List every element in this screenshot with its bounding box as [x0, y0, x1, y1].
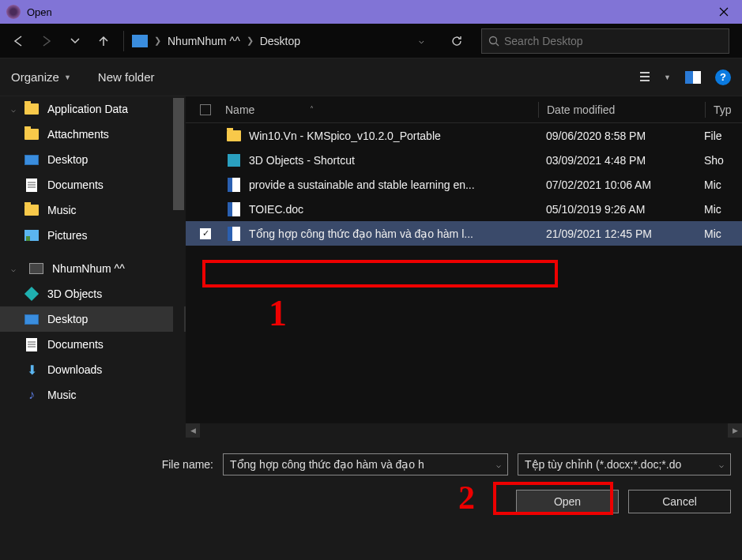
- recent-dropdown-icon[interactable]: [63, 29, 87, 53]
- sidebar-item-documents[interactable]: Documents: [0, 172, 186, 197]
- app-icon: [6, 5, 21, 19]
- organize-button[interactable]: Organize▼: [11, 70, 71, 84]
- sidebar-item-pc[interactable]: ⌵NhumNhum ^^: [0, 256, 186, 281]
- word-icon: [225, 227, 243, 241]
- chevron-right-icon[interactable]: ❯: [151, 36, 164, 46]
- title-bar: Open: [0, 0, 742, 24]
- horizontal-scrollbar[interactable]: ◀ ▶: [186, 423, 742, 438]
- sidebar-item-desktop-sub[interactable]: Desktop: [0, 306, 186, 332]
- column-name[interactable]: Name˄: [225, 103, 538, 116]
- chevron-down-icon[interactable]: ⌵: [419, 36, 432, 46]
- chevron-right-icon[interactable]: ❯: [243, 36, 257, 46]
- column-type[interactable]: Typ: [714, 103, 742, 116]
- svg-rect-2: [640, 76, 650, 77]
- sidebar-item-appdata[interactable]: ⌵Application Data: [0, 96, 186, 122]
- breadcrumb-item[interactable]: NhumNhum ^^: [164, 35, 243, 47]
- file-row[interactable]: Win10.Vn - KMSpico_v10.2.0_Portable09/06…: [186, 123, 742, 148]
- view-options-button[interactable]: ▼: [640, 71, 671, 84]
- scroll-left-icon[interactable]: ◀: [186, 423, 200, 438]
- row-checkbox[interactable]: [200, 179, 211, 190]
- sort-indicator-icon: ˄: [310, 105, 314, 114]
- select-all-checkbox[interactable]: [200, 104, 211, 115]
- forward-button[interactable]: [35, 29, 58, 53]
- main-area: ⌵Application Data Attachments Desktop Do…: [0, 96, 742, 438]
- dialog-bottom: File name: Tổng hợp công thức đạo hàm và…: [0, 438, 742, 532]
- annotation-number-2: 2: [458, 479, 475, 517]
- search-input[interactable]: Search Desktop: [481, 28, 729, 54]
- svg-rect-3: [640, 80, 650, 81]
- up-button[interactable]: [92, 29, 115, 53]
- open-button[interactable]: Open: [516, 490, 619, 513]
- sidebar-item-3dobjects[interactable]: 3D Objects: [0, 281, 186, 306]
- sidebar-item-music[interactable]: Music: [0, 197, 186, 223]
- filetype-filter[interactable]: Tệp tùy chỉnh (*.docx;*.doc;*.do⌵: [518, 453, 731, 475]
- filename-label: File name:: [162, 458, 213, 471]
- word-icon: [225, 178, 243, 192]
- word-icon: [225, 202, 243, 216]
- filename-input[interactable]: Tổng hợp công thức đạo hàm và đạo h⌵: [223, 453, 508, 475]
- file-list-header: Name˄ Date modified Typ: [186, 96, 742, 123]
- sidebar-item-downloads[interactable]: ⬇Downloads: [0, 357, 186, 382]
- download-icon: ⬇: [24, 363, 40, 377]
- help-button[interactable]: ?: [715, 70, 731, 85]
- file-row[interactable]: TOIEC.doc05/10/2019 9:26 AMMic: [186, 197, 742, 221]
- scroll-right-icon[interactable]: ▶: [728, 423, 742, 438]
- file-row-selected[interactable]: ✓ Tổng hợp công thức đạo hàm và đạo hàm …: [186, 221, 742, 246]
- sidebar-item-music-sub[interactable]: ♪Music: [0, 382, 186, 408]
- chevron-down-icon[interactable]: ⌵: [496, 460, 501, 469]
- music-icon: ♪: [24, 388, 40, 402]
- annotation-number-1: 1: [269, 292, 287, 334]
- file-row[interactable]: 3D Objects - Shortcut03/09/2021 4:48 PMS…: [186, 148, 742, 172]
- row-checkbox[interactable]: [200, 155, 211, 166]
- row-checkbox[interactable]: ✓: [200, 228, 211, 239]
- new-folder-button[interactable]: New folder: [98, 70, 155, 84]
- toolbar: Organize▼ New folder ▼ ?: [0, 58, 742, 96]
- sidebar-item-pictures[interactable]: Pictures: [0, 223, 186, 248]
- row-checkbox[interactable]: [200, 204, 211, 215]
- pc-icon: [132, 35, 148, 47]
- svg-rect-1: [640, 72, 650, 73]
- sidebar-item-desktop[interactable]: Desktop: [0, 147, 186, 172]
- cancel-button[interactable]: Cancel: [628, 490, 731, 513]
- file-row[interactable]: provide a sustainable and stable learnin…: [186, 172, 742, 197]
- close-icon[interactable]: [706, 0, 742, 24]
- breadcrumb[interactable]: ❯ NhumNhum ^^ ❯ Desktop ⌵: [132, 28, 432, 54]
- search-icon: [488, 36, 499, 47]
- column-date[interactable]: Date modified: [547, 103, 705, 116]
- svg-point-0: [490, 36, 497, 43]
- preview-pane-button[interactable]: [685, 71, 701, 84]
- sidebar-scrollbar[interactable]: [173, 98, 184, 430]
- row-checkbox[interactable]: [200, 130, 211, 141]
- search-placeholder: Search Desktop: [504, 35, 583, 47]
- folder-icon: [225, 130, 243, 141]
- back-button[interactable]: [6, 29, 30, 53]
- sidebar: ⌵Application Data Attachments Desktop Do…: [0, 96, 186, 438]
- shortcut-icon: [225, 154, 243, 167]
- nav-bar: ❯ NhumNhum ^^ ❯ Desktop ⌵ Search Desktop: [0, 24, 742, 58]
- file-list: Name˄ Date modified Typ Win10.Vn - KMSpi…: [186, 96, 742, 438]
- breadcrumb-item[interactable]: Desktop: [257, 35, 303, 47]
- sidebar-item-documents-sub[interactable]: Documents: [0, 332, 186, 357]
- window-title: Open: [27, 6, 706, 18]
- sidebar-item-attachments[interactable]: Attachments: [0, 122, 186, 147]
- refresh-button[interactable]: [443, 28, 470, 54]
- chevron-down-icon[interactable]: ⌵: [719, 460, 724, 469]
- separator: [123, 31, 124, 51]
